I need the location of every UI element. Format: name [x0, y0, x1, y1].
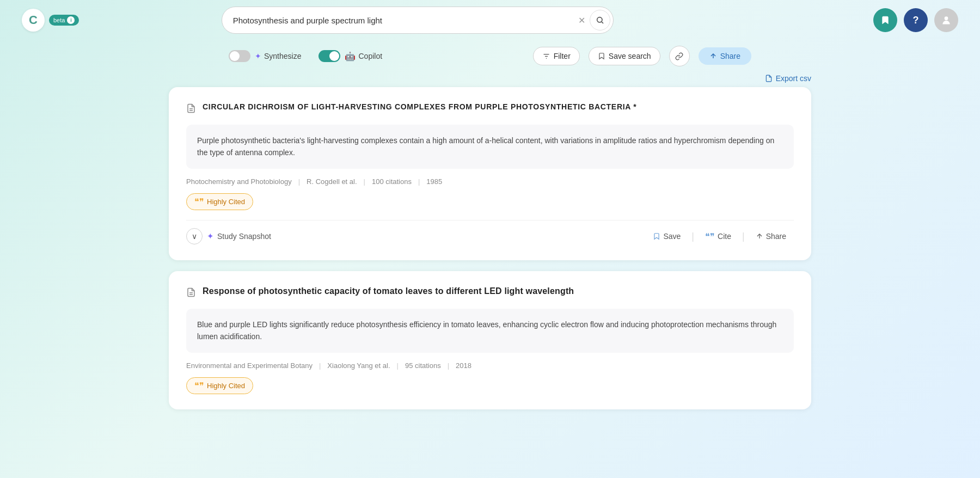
toolbar: ✦ Synthesize 🤖 Copilot Filter Save searc…: [0, 40, 980, 72]
search-input[interactable]: [222, 7, 614, 34]
filter-label: Filter: [554, 52, 571, 60]
beta-badge: beta i: [49, 15, 79, 26]
search-bar-container: ✕: [222, 7, 614, 34]
share-label: Share: [720, 52, 740, 60]
svg-point-0: [597, 17, 602, 22]
paper-card: Response of photosynthetic capacity of t…: [169, 271, 811, 409]
copilot-toggle-group: 🤖 Copilot: [318, 50, 382, 62]
sparkle-icon: ✦: [255, 52, 261, 60]
paper-card: CIRCULAR DICHROISM OF LIGHT-HARVESTING C…: [169, 87, 811, 260]
save-action-label: Save: [663, 232, 681, 241]
svg-line-1: [602, 22, 603, 23]
paper-meta: Environmental and Experimental Botany | …: [186, 361, 794, 370]
cite-icon: ❝❞: [705, 231, 715, 242]
synthesize-toggle-group: ✦ Synthesize: [229, 50, 301, 62]
main-content: CIRCULAR DICHROISM OF LIGHT-HARVESTING C…: [0, 87, 980, 409]
quote-icon: ❝❞: [194, 197, 204, 207]
filter-button[interactable]: Filter: [533, 47, 580, 65]
export-row: Export csv: [0, 72, 980, 87]
paper-title-row: CIRCULAR DICHROISM OF LIGHT-HARVESTING C…: [186, 102, 794, 116]
user-avatar-button[interactable]: [934, 8, 958, 32]
share-action-label: Share: [766, 232, 786, 241]
svg-point-2: [945, 16, 948, 20]
paper-title: CIRCULAR DICHROISM OF LIGHT-HARVESTING C…: [203, 102, 636, 111]
badge-label: Highly Cited: [207, 198, 245, 206]
synthesize-toggle[interactable]: [229, 50, 250, 62]
copilot-icon: 🤖: [345, 51, 356, 62]
header: C beta i ✕ ?: [0, 0, 980, 40]
collapse-button[interactable]: ∨: [186, 228, 203, 244]
paper-title-row: Response of photosynthetic capacity of t…: [186, 286, 794, 300]
link-copy-button[interactable]: [669, 46, 690, 66]
quote-icon: ❝❞: [194, 381, 204, 391]
paper-share-button[interactable]: Share: [748, 229, 794, 244]
export-csv-button[interactable]: Export csv: [765, 74, 811, 83]
paper-abstract: Blue and purple LED lights significantly…: [186, 309, 794, 353]
paper-save-button[interactable]: Save: [645, 229, 688, 244]
snapshot-label: ✦ Study Snapshot: [207, 231, 271, 241]
help-button[interactable]: ?: [904, 8, 928, 32]
document-icon: [186, 287, 196, 300]
save-search-button[interactable]: Save search: [589, 47, 660, 65]
paper-journal: Photochemistry and Photobiology: [186, 177, 292, 186]
highly-cited-badge: ❝❞ Highly Cited: [186, 377, 253, 394]
snapshot-sparkle-icon: ✦: [207, 231, 214, 241]
card-footer: ∨ ✦ Study Snapshot Save | ❝❞ Cite: [186, 220, 794, 245]
beta-label: beta: [53, 17, 65, 23]
saved-searches-button[interactable]: [873, 8, 897, 32]
paper-meta: Photochemistry and Photobiology | R. Cog…: [186, 177, 794, 186]
document-icon: [186, 103, 196, 116]
beta-info-icon: i: [67, 16, 75, 24]
search-submit-button[interactable]: [590, 10, 610, 30]
study-snapshot[interactable]: ∨ ✦ Study Snapshot: [186, 228, 271, 244]
paper-year: 1985: [426, 177, 442, 186]
paper-journal: Environmental and Experimental Botany: [186, 361, 313, 370]
help-icon: ?: [912, 15, 918, 26]
cite-action-label: Cite: [718, 232, 731, 241]
export-csv-label: Export csv: [776, 74, 811, 83]
header-actions: ?: [873, 8, 958, 32]
paper-title: Response of photosynthetic capacity of t…: [203, 286, 574, 296]
synthesize-label: ✦ Synthesize: [255, 52, 301, 60]
paper-citations: 95 citations: [405, 361, 441, 370]
highly-cited-badge: ❝❞ Highly Cited: [186, 193, 253, 210]
copilot-toggle[interactable]: [318, 50, 340, 62]
search-clear-button[interactable]: ✕: [578, 15, 585, 26]
logo-area: C beta i: [22, 9, 87, 32]
paper-abstract: Purple photosynthetic bacteria's light-h…: [186, 125, 794, 169]
card-actions: Save | ❝❞ Cite | Share: [645, 228, 794, 245]
logo-icon: C: [22, 9, 45, 32]
paper-cite-button[interactable]: ❝❞ Cite: [697, 228, 739, 245]
share-button[interactable]: Share: [699, 47, 751, 65]
copilot-label: 🤖 Copilot: [345, 51, 382, 62]
save-search-label: Save search: [609, 52, 651, 60]
paper-year: 2018: [456, 361, 471, 370]
paper-authors: Xiaolong Yang et al.: [327, 361, 390, 370]
paper-authors: R. Cogdell et al.: [307, 177, 357, 186]
badge-label: Highly Cited: [207, 382, 245, 390]
paper-citations: 100 citations: [372, 177, 412, 186]
